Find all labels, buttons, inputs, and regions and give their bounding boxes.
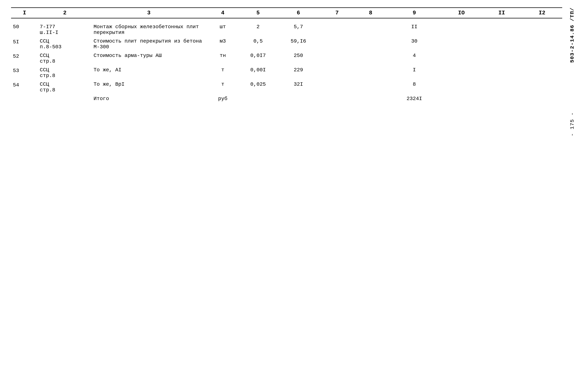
cell-col10 (441, 80, 482, 94)
cell-col6: 5,7 (276, 18, 320, 37)
col-header-2: 2 (38, 8, 92, 18)
col-header-5: 5 (240, 8, 277, 18)
cell-num (11, 94, 38, 103)
cell-col4: шт (206, 18, 240, 37)
cell-num: 54 (11, 80, 38, 94)
cell-col12 (522, 66, 562, 80)
cell-col12 (522, 18, 562, 37)
cell-col10 (441, 66, 482, 80)
cell-col9: 2324I (388, 94, 441, 103)
col-header-10: IO (441, 8, 482, 18)
right-sidebar: 503-2-14.86 /ТП/ - 175 - (569, 7, 575, 136)
page-container: I 2 3 4 5 6 7 8 9 IO II I2 507-I77 ш.II-… (11, 7, 577, 103)
cell-col6: 250 (276, 51, 320, 66)
col-header-1: I (11, 8, 38, 18)
cell-col5 (240, 94, 277, 103)
sidebar-top-label: 503-2-14.86 /ТП/ (569, 7, 575, 63)
table-body: 507-I77 ш.II-IМонтаж сборных железобетон… (11, 18, 562, 103)
cell-col8 (354, 80, 388, 94)
col-header-6: 6 (276, 8, 320, 18)
cell-col8 (354, 51, 388, 66)
cell-col8 (354, 18, 388, 37)
cell-col11 (482, 18, 522, 37)
table-row: Итогоруб2324I (11, 94, 562, 103)
cell-desc: Стоимость плит перекрытия из бетона М-30… (92, 37, 206, 51)
cell-col6: 59,I6 (276, 37, 320, 51)
cell-col9: 8 (388, 80, 441, 94)
cell-col7 (320, 37, 354, 51)
cell-col8 (354, 94, 388, 103)
col-header-4: 4 (206, 8, 240, 18)
cell-col10 (441, 94, 482, 103)
cell-col4: т (206, 66, 240, 80)
cell-num: 5I (11, 37, 38, 51)
cell-col7 (320, 51, 354, 66)
cell-col4: тн (206, 51, 240, 66)
col-header-12: I2 (522, 8, 562, 18)
cell-num: 53 (11, 66, 38, 80)
table-row: 53ССЦ стр.8То же, АIт0,00I229I (11, 66, 562, 80)
cell-col4: т (206, 80, 240, 94)
cell-col8 (354, 37, 388, 51)
table-row: 52ССЦ стр.8Стоимость арма-туры АШтн0,0I7… (11, 51, 562, 66)
cell-col9: 4 (388, 51, 441, 66)
cell-col5: 0,025 (240, 80, 277, 94)
table-row: 54ССЦ стр.8То же, BpIт0,02532I8 (11, 80, 562, 94)
cell-col12 (522, 94, 562, 103)
table-row: 507-I77 ш.II-IМонтаж сборных железобетон… (11, 18, 562, 37)
cell-col7 (320, 80, 354, 94)
cell-col6: 229 (276, 66, 320, 80)
main-table: I 2 3 4 5 6 7 8 9 IO II I2 507-I77 ш.II-… (11, 7, 562, 103)
cell-col12 (522, 37, 562, 51)
cell-col6 (276, 94, 320, 103)
cell-col9: I (388, 66, 441, 80)
col-header-11: II (482, 8, 522, 18)
table-wrapper: I 2 3 4 5 6 7 8 9 IO II I2 507-I77 ш.II-… (11, 7, 577, 103)
cell-col10 (441, 51, 482, 66)
cell-num: 52 (11, 51, 38, 66)
cell-col7 (320, 66, 354, 80)
cell-col4: м3 (206, 37, 240, 51)
table-header-row: I 2 3 4 5 6 7 8 9 IO II I2 (11, 8, 562, 18)
cell-ref: ССЦ стр.8 (38, 80, 92, 94)
cell-col9: 30 (388, 37, 441, 51)
cell-col5: 0,0I7 (240, 51, 277, 66)
cell-desc: Монтаж сборных железобетонных плит перек… (92, 18, 206, 37)
cell-ref: ССЦ стр.8 (38, 66, 92, 80)
cell-col12 (522, 51, 562, 66)
cell-col7 (320, 18, 354, 37)
cell-col11 (482, 94, 522, 103)
cell-col9: II (388, 18, 441, 37)
col-header-9: 9 (388, 8, 441, 18)
table-row: 5IССЦ п.8-503Стоимость плит перекрытия и… (11, 37, 562, 51)
cell-col6: 32I (276, 80, 320, 94)
cell-desc: То же, АI (92, 66, 206, 80)
cell-ref: ССЦ п.8-503 (38, 37, 92, 51)
cell-col10 (441, 37, 482, 51)
cell-col11 (482, 66, 522, 80)
cell-col11 (482, 37, 522, 51)
cell-desc: Итого (92, 94, 206, 103)
cell-col12 (522, 80, 562, 94)
cell-col11 (482, 51, 522, 66)
cell-ref: 7-I77 ш.II-I (38, 18, 92, 37)
cell-col7 (320, 94, 354, 103)
cell-col11 (482, 80, 522, 94)
cell-col10 (441, 18, 482, 37)
cell-ref (38, 94, 92, 103)
cell-col4: руб (206, 94, 240, 103)
col-header-3: 3 (92, 8, 206, 18)
col-header-8: 8 (354, 8, 388, 18)
cell-ref: ССЦ стр.8 (38, 51, 92, 66)
cell-col8 (354, 66, 388, 80)
cell-desc: То же, BpI (92, 80, 206, 94)
col-header-7: 7 (320, 8, 354, 18)
cell-col5: 2 (240, 18, 277, 37)
cell-num: 50 (11, 18, 38, 37)
cell-col5: 0,00I (240, 66, 277, 80)
cell-col5: 0,5 (240, 37, 277, 51)
cell-desc: Стоимость арма-туры АШ (92, 51, 206, 66)
sidebar-bottom-label: - 175 - (569, 112, 575, 136)
